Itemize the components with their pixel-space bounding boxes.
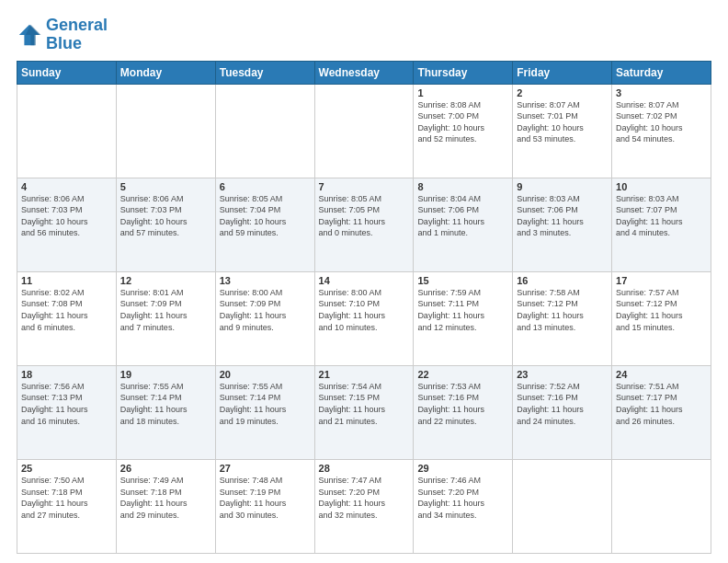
logo-icon	[17, 22, 42, 48]
day-info: Sunrise: 8:08 AMSunset: 7:00 PMDaylight:…	[417, 99, 508, 145]
day-info: Sunrise: 8:00 AMSunset: 7:10 PMDaylight:…	[319, 287, 410, 333]
day-number: 24	[616, 369, 707, 380]
calendar-cell: 20Sunrise: 7:55 AMSunset: 7:14 PMDayligh…	[215, 365, 314, 459]
calendar-cell: 16Sunrise: 7:58 AMSunset: 7:12 PMDayligh…	[513, 271, 612, 365]
header: General Blue	[17, 17, 711, 53]
calendar-cell: 6Sunrise: 8:05 AMSunset: 7:04 PMDaylight…	[215, 178, 314, 271]
calendar-cell: 2Sunrise: 8:07 AMSunset: 7:01 PMDaylight…	[513, 84, 612, 178]
week-row-3: 18Sunrise: 7:56 AMSunset: 7:13 PMDayligh…	[17, 365, 711, 459]
day-number: 19	[120, 369, 211, 380]
calendar-cell: 26Sunrise: 7:49 AMSunset: 7:18 PMDayligh…	[116, 459, 215, 553]
day-info: Sunrise: 7:53 AMSunset: 7:16 PMDaylight:…	[417, 381, 508, 427]
day-number: 9	[517, 181, 608, 192]
calendar-cell	[612, 459, 711, 553]
day-number: 26	[120, 463, 211, 474]
calendar-table: Sunday Monday Tuesday Wednesday Thursday…	[17, 61, 711, 554]
day-number: 2	[517, 87, 608, 98]
calendar-cell: 24Sunrise: 7:51 AMSunset: 7:17 PMDayligh…	[612, 365, 711, 459]
day-number: 10	[616, 181, 707, 192]
calendar-cell: 13Sunrise: 8:00 AMSunset: 7:09 PMDayligh…	[215, 271, 314, 365]
header-tuesday: Tuesday	[215, 61, 314, 84]
day-info: Sunrise: 8:06 AMSunset: 7:03 PMDaylight:…	[21, 193, 112, 239]
calendar-cell	[314, 84, 414, 178]
weekday-header-row: Sunday Monday Tuesday Wednesday Thursday…	[17, 61, 711, 84]
calendar-cell	[513, 459, 612, 553]
day-number: 11	[21, 275, 112, 286]
day-info: Sunrise: 7:55 AMSunset: 7:14 PMDaylight:…	[120, 381, 211, 427]
day-number: 22	[417, 369, 508, 380]
calendar-cell: 14Sunrise: 8:00 AMSunset: 7:10 PMDayligh…	[314, 271, 414, 365]
day-number: 27	[220, 463, 311, 474]
week-row-4: 25Sunrise: 7:50 AMSunset: 7:18 PMDayligh…	[17, 459, 711, 553]
header-wednesday: Wednesday	[314, 61, 414, 84]
week-row-0: 1Sunrise: 8:08 AMSunset: 7:00 PMDaylight…	[17, 84, 711, 178]
day-number: 23	[517, 369, 608, 380]
day-info: Sunrise: 7:55 AMSunset: 7:14 PMDaylight:…	[220, 381, 311, 427]
day-info: Sunrise: 7:49 AMSunset: 7:18 PMDaylight:…	[120, 475, 211, 521]
day-info: Sunrise: 8:07 AMSunset: 7:02 PMDaylight:…	[616, 99, 707, 145]
calendar-cell: 3Sunrise: 8:07 AMSunset: 7:02 PMDaylight…	[612, 84, 711, 178]
calendar-cell: 1Sunrise: 8:08 AMSunset: 7:00 PMDaylight…	[414, 84, 513, 178]
day-info: Sunrise: 7:57 AMSunset: 7:12 PMDaylight:…	[616, 287, 707, 333]
day-info: Sunrise: 8:03 AMSunset: 7:06 PMDaylight:…	[517, 193, 608, 239]
calendar-cell: 4Sunrise: 8:06 AMSunset: 7:03 PMDaylight…	[17, 178, 117, 271]
day-number: 14	[319, 275, 410, 286]
calendar-cell: 11Sunrise: 8:02 AMSunset: 7:08 PMDayligh…	[17, 271, 117, 365]
header-monday: Monday	[116, 61, 215, 84]
day-number: 28	[319, 463, 410, 474]
calendar-cell: 28Sunrise: 7:47 AMSunset: 7:20 PMDayligh…	[314, 459, 414, 553]
day-number: 8	[417, 181, 508, 192]
day-info: Sunrise: 7:51 AMSunset: 7:17 PMDaylight:…	[616, 381, 707, 427]
day-info: Sunrise: 7:59 AMSunset: 7:11 PMDaylight:…	[417, 287, 508, 333]
calendar-cell: 23Sunrise: 7:52 AMSunset: 7:16 PMDayligh…	[513, 365, 612, 459]
day-number: 18	[21, 369, 112, 380]
day-number: 3	[616, 87, 707, 98]
calendar-cell: 25Sunrise: 7:50 AMSunset: 7:18 PMDayligh…	[17, 459, 117, 553]
calendar-cell	[116, 84, 215, 178]
calendar-cell	[215, 84, 314, 178]
day-info: Sunrise: 8:07 AMSunset: 7:01 PMDaylight:…	[517, 99, 608, 145]
calendar-cell: 27Sunrise: 7:48 AMSunset: 7:19 PMDayligh…	[215, 459, 314, 553]
calendar-cell: 12Sunrise: 8:01 AMSunset: 7:09 PMDayligh…	[116, 271, 215, 365]
header-sunday: Sunday	[17, 61, 117, 84]
day-number: 5	[120, 181, 211, 192]
day-info: Sunrise: 8:02 AMSunset: 7:08 PMDaylight:…	[21, 287, 112, 333]
day-info: Sunrise: 7:50 AMSunset: 7:18 PMDaylight:…	[21, 475, 112, 521]
day-info: Sunrise: 8:00 AMSunset: 7:09 PMDaylight:…	[220, 287, 311, 333]
logo-text: General Blue	[46, 17, 108, 53]
header-saturday: Saturday	[612, 61, 711, 84]
day-info: Sunrise: 8:06 AMSunset: 7:03 PMDaylight:…	[120, 193, 211, 239]
day-number: 13	[220, 275, 311, 286]
header-thursday: Thursday	[414, 61, 513, 84]
day-number: 16	[517, 275, 608, 286]
calendar-cell: 17Sunrise: 7:57 AMSunset: 7:12 PMDayligh…	[612, 271, 711, 365]
day-info: Sunrise: 7:48 AMSunset: 7:19 PMDaylight:…	[220, 475, 311, 521]
day-info: Sunrise: 7:52 AMSunset: 7:16 PMDaylight:…	[517, 381, 608, 427]
day-number: 12	[120, 275, 211, 286]
week-row-1: 4Sunrise: 8:06 AMSunset: 7:03 PMDaylight…	[17, 178, 711, 271]
day-number: 29	[417, 463, 508, 474]
calendar-cell: 9Sunrise: 8:03 AMSunset: 7:06 PMDaylight…	[513, 178, 612, 271]
day-info: Sunrise: 8:03 AMSunset: 7:07 PMDaylight:…	[616, 193, 707, 239]
calendar-cell: 22Sunrise: 7:53 AMSunset: 7:16 PMDayligh…	[414, 365, 513, 459]
calendar-cell: 21Sunrise: 7:54 AMSunset: 7:15 PMDayligh…	[314, 365, 414, 459]
day-info: Sunrise: 8:05 AMSunset: 7:05 PMDaylight:…	[319, 193, 410, 239]
day-number: 17	[616, 275, 707, 286]
calendar-cell: 19Sunrise: 7:55 AMSunset: 7:14 PMDayligh…	[116, 365, 215, 459]
day-number: 1	[417, 87, 508, 98]
calendar-cell: 8Sunrise: 8:04 AMSunset: 7:06 PMDaylight…	[414, 178, 513, 271]
calendar-cell	[17, 84, 117, 178]
day-number: 15	[417, 275, 508, 286]
calendar-cell: 29Sunrise: 7:46 AMSunset: 7:20 PMDayligh…	[414, 459, 513, 553]
day-number: 4	[21, 181, 112, 192]
calendar-cell: 15Sunrise: 7:59 AMSunset: 7:11 PMDayligh…	[414, 271, 513, 365]
calendar-cell: 5Sunrise: 8:06 AMSunset: 7:03 PMDaylight…	[116, 178, 215, 271]
calendar-cell: 10Sunrise: 8:03 AMSunset: 7:07 PMDayligh…	[612, 178, 711, 271]
day-number: 20	[220, 369, 311, 380]
day-number: 6	[220, 181, 311, 192]
day-info: Sunrise: 7:58 AMSunset: 7:12 PMDaylight:…	[517, 287, 608, 333]
page: General Blue Sunday Monday Tuesday Wedne…	[0, 0, 728, 563]
logo: General Blue	[17, 17, 108, 53]
day-info: Sunrise: 8:01 AMSunset: 7:09 PMDaylight:…	[120, 287, 211, 333]
calendar-cell: 18Sunrise: 7:56 AMSunset: 7:13 PMDayligh…	[17, 365, 117, 459]
